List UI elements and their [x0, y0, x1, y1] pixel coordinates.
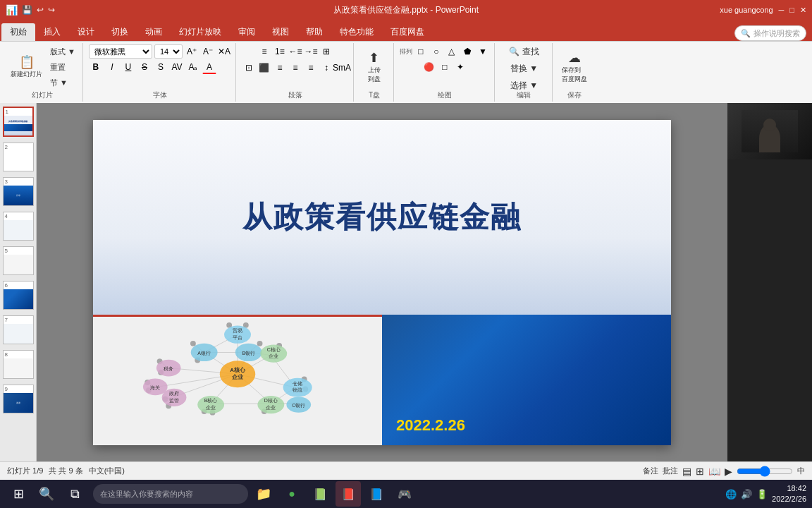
replace-btn[interactable]: 替换 ▼: [508, 61, 541, 76]
shape2[interactable]: ○: [429, 44, 443, 59]
close-btn[interactable]: ✕: [800, 6, 806, 15]
tab-features[interactable]: 特色功能: [331, 23, 382, 41]
clear-format-btn[interactable]: ✕A: [217, 44, 231, 59]
new-slide-btn[interactable]: 📋 新建幻灯片: [7, 54, 46, 81]
notes-btn[interactable]: 备注: [643, 466, 658, 476]
minimize-btn[interactable]: ─: [779, 6, 785, 14]
tab-help[interactable]: 帮助: [297, 23, 331, 41]
date-display: 2022/2/26: [772, 494, 806, 504]
shape4[interactable]: ⬟: [460, 44, 474, 59]
line-spacing-btn[interactable]: ↕: [319, 61, 333, 75]
increase-font-btn[interactable]: A⁺: [185, 44, 199, 59]
strikethrough-btn[interactable]: S: [137, 60, 152, 74]
layout-btn[interactable]: 版式 ▼: [47, 45, 78, 59]
ribbon-search-box[interactable]: 🔍 操作说明搜索: [734, 25, 806, 41]
shape-effect-btn[interactable]: ✦: [453, 60, 467, 74]
shape3[interactable]: △: [445, 44, 459, 59]
quick-undo[interactable]: ↩: [37, 5, 44, 15]
font-size-btn2[interactable]: Aₐ: [186, 60, 200, 74]
find-btn[interactable]: 🔍 查找: [506, 44, 541, 59]
columns-btn[interactable]: ⊞: [319, 44, 333, 59]
increase-indent-btn[interactable]: →≡: [304, 44, 318, 59]
shape-fill-btn[interactable]: 🔴: [422, 60, 436, 74]
tab-baidu[interactable]: 百度网盘: [382, 23, 433, 41]
maximize-btn[interactable]: □: [789, 6, 794, 14]
slide-thumb-8[interactable]: 8: [3, 350, 34, 379]
comments-btn[interactable]: 批注: [663, 466, 678, 476]
tab-review[interactable]: 审阅: [230, 23, 264, 41]
tab-insert[interactable]: 插入: [35, 23, 69, 41]
slide-sorter-btn[interactable]: ⊞: [696, 466, 704, 477]
tab-design[interactable]: 设计: [69, 23, 103, 41]
align-right-btn[interactable]: ≡: [288, 61, 302, 75]
taskbar-chrome-btn[interactable]: ●: [279, 481, 304, 507]
reset-btn[interactable]: 重置: [47, 61, 78, 74]
slide[interactable]: 从政策看供应链金融: [93, 120, 671, 445]
main-area: 1 从政策看供应链金融 2 3 目录 4: [0, 103, 812, 461]
user-name: xue guangcong: [720, 6, 773, 14]
canvas-area[interactable]: 从政策看供应链金融: [37, 103, 727, 461]
justify-btn[interactable]: ≡: [304, 61, 318, 75]
svg-text:平台: 平台: [233, 335, 242, 341]
slide-main-title: 从政策看供应链金融: [242, 198, 522, 237]
slide-thumb-7[interactable]: 7: [3, 315, 34, 344]
quick-redo[interactable]: ↪: [48, 5, 55, 15]
group-slides-label: 幻灯片: [32, 90, 53, 100]
slideshow-btn[interactable]: ▶: [725, 466, 732, 477]
save-baidu-btn[interactable]: ☁ 保存到百度网盘: [558, 49, 591, 86]
reading-view-btn[interactable]: 📖: [708, 466, 720, 477]
new-slide-icon: 📋: [19, 56, 35, 68]
font-shadow-btn[interactable]: S: [154, 60, 168, 74]
tab-view[interactable]: 视图: [264, 23, 297, 41]
svg-text:C银行: C银行: [292, 403, 305, 409]
quick-save[interactable]: 💾: [22, 5, 32, 15]
italic-btn[interactable]: I: [105, 60, 119, 74]
search-btn[interactable]: 🔍: [34, 481, 59, 507]
search-placeholder: 操作说明搜索: [753, 28, 800, 39]
group-upload: ⬆ 上传到盘 T盘: [355, 43, 394, 102]
tab-animations[interactable]: 动画: [137, 23, 171, 41]
language: 中文(中国): [89, 466, 125, 476]
normal-view-btn[interactable]: ▤: [682, 466, 691, 477]
slide-thumb-6[interactable]: 6: [3, 281, 34, 310]
tab-home[interactable]: 初始: [1, 23, 35, 41]
more-shapes-btn[interactable]: ▼: [476, 44, 490, 59]
upload-btn[interactable]: ⬆ 上传到盘: [362, 49, 387, 86]
svg-text:B核心: B核心: [204, 399, 218, 404]
taskview-btn[interactable]: ⧉: [62, 481, 87, 507]
numbering-btn[interactable]: 1≡: [273, 44, 287, 59]
slide-thumb-3[interactable]: 3 目录: [3, 177, 34, 206]
char-spacing-btn[interactable]: AV: [170, 60, 184, 74]
font-size-select[interactable]: 14: [154, 44, 183, 59]
zoom-slider[interactable]: [737, 466, 793, 476]
shape1[interactable]: □: [414, 44, 428, 59]
slide-thumb-2[interactable]: 2: [3, 143, 34, 171]
align-center-btn[interactable]: ≡: [273, 61, 287, 75]
shape-outline-btn[interactable]: □: [438, 60, 452, 74]
taskbar-ppt-btn[interactable]: 📕: [336, 481, 361, 507]
taskbar-app-btn[interactable]: 🎮: [392, 481, 417, 507]
taskbar-word-btn[interactable]: 📘: [364, 481, 389, 507]
tab-transitions[interactable]: 切换: [103, 23, 137, 41]
network-icon: 🌐: [725, 489, 737, 500]
text-direction-btn[interactable]: ⊡: [242, 61, 256, 75]
align-left-btn[interactable]: ⬛: [257, 61, 271, 75]
taskbar-excel-btn[interactable]: 📗: [307, 481, 333, 507]
taskbar-file-btn[interactable]: 📁: [251, 481, 276, 507]
smartart-btn[interactable]: SmA: [335, 61, 349, 75]
tab-slideshow[interactable]: 幻灯片放映: [171, 23, 230, 41]
bold-btn[interactable]: B: [89, 60, 103, 74]
bullets-btn[interactable]: ≡: [257, 44, 271, 59]
font-color-btn[interactable]: A: [202, 60, 216, 74]
font-name-select[interactable]: 微软雅黑: [89, 44, 152, 59]
slide-thumb-1[interactable]: 1 从政策看供应链金融: [3, 107, 34, 137]
start-btn[interactable]: ⊞: [6, 481, 31, 507]
slide-thumb-4[interactable]: 4: [3, 212, 34, 241]
decrease-font-btn[interactable]: A⁻: [201, 44, 215, 59]
taskbar-search-box[interactable]: 在这里输入你要搜索的内容: [93, 484, 248, 504]
decrease-indent-btn[interactable]: ←≡: [288, 44, 302, 59]
slide-thumb-9[interactable]: 9 谢谢: [3, 385, 34, 413]
section-btn[interactable]: 节 ▼: [47, 76, 78, 90]
underline-btn[interactable]: U: [121, 60, 135, 74]
slide-thumb-5[interactable]: 5: [3, 246, 34, 275]
